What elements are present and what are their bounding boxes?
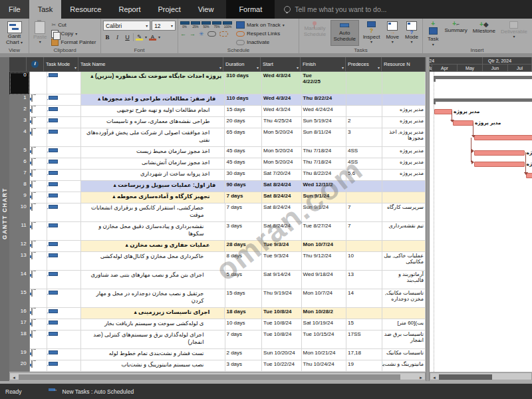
finish-cell[interactable]: Sun 5/19/24 — [302, 117, 346, 128]
task-mode-cell[interactable]: → — [47, 222, 82, 241]
start-cell[interactable]: Sat 9/14/24 — [262, 271, 302, 289]
duration-cell[interactable]: 45 days — [225, 158, 262, 170]
indicator-cell[interactable] — [30, 289, 47, 308]
gantt-scroll-left-arrow[interactable]: ◄ — [431, 374, 438, 380]
tab-task[interactable]: Task — [29, 0, 62, 19]
task-name-cell[interactable]: تست فشار و نشت‌بندی تمام خطوط لوله — [81, 349, 225, 360]
finish-cell[interactable]: Mon 10/21/24 — [302, 349, 346, 360]
row-number-cell[interactable]: 3 — [9, 117, 30, 129]
finish-cell[interactable]: Wed 9/18/24 — [302, 271, 346, 289]
res-cell[interactable] — [382, 308, 426, 319]
tab-view[interactable]: View — [190, 0, 223, 19]
task-name-cell[interactable]: اجرای تاسیسات زیرزمینی ▴ — [81, 308, 225, 319]
summary-bar[interactable] — [434, 98, 532, 102]
finish-cell[interactable]: Sun 9/1/24 — [302, 192, 346, 203]
duration-cell[interactable]: 310 days — [225, 72, 262, 94]
indicator-cell[interactable] — [30, 222, 47, 241]
task-name-cell[interactable]: فاز اول: عملیات سیویل و زیرساخت ▴ — [81, 181, 225, 192]
task-bar[interactable] — [474, 135, 532, 140]
task-mode-cell[interactable]: → — [47, 170, 82, 181]
row-number-cell[interactable]: 5 — [9, 147, 30, 159]
start-cell[interactable]: Tue 10/8/24 — [262, 308, 302, 319]
task-mode-cell[interactable]: → — [47, 117, 82, 128]
row-number-cell[interactable]: 15 — [9, 289, 30, 309]
indicator-cell[interactable] — [30, 117, 47, 128]
cut-button[interactable]: ✂Cut — [51, 21, 96, 29]
start-cell[interactable]: Wed 4/3/24 — [262, 94, 302, 106]
start-cell[interactable]: Sat 8/24/24 — [262, 181, 302, 192]
start-cell[interactable]: Tue 10/8/24 — [262, 331, 302, 349]
start-cell[interactable]: Sat 7/20/24 — [262, 170, 302, 181]
scroll-right-arrow[interactable]: ► — [418, 374, 424, 380]
finish-cell[interactable]: Thu 8/22/24 — [302, 170, 346, 181]
duration-cell[interactable]: 10 days — [225, 319, 263, 331]
task-name-cell[interactable]: پروژه احداث جایگاه سوخت تک منظوره (بنزین… — [81, 72, 225, 94]
pred-cell[interactable]: 13 — [346, 271, 382, 289]
indicator-cell[interactable] — [30, 147, 47, 158]
res-cell[interactable]: تاسیسات برق ضد انفجار — [382, 331, 426, 349]
indicator-cell[interactable] — [30, 158, 47, 170]
pred-cell[interactable]: 7 — [346, 203, 382, 222]
start-cell[interactable]: Mon 5/20/24 — [262, 128, 302, 147]
res-cell[interactable] — [382, 94, 426, 106]
start-cell[interactable]: Wed 4/3/24 — [262, 72, 302, 94]
percent-25-button[interactable]: 25% — [191, 21, 200, 29]
row-number-cell[interactable]: 16 — [9, 308, 30, 320]
indent-button[interactable]: → — [190, 31, 196, 37]
gantt-chart-button[interactable]: Gantt Chart ▾ — [2, 20, 27, 47]
row-number-cell[interactable]: 2 — [9, 106, 30, 118]
duration-cell[interactable]: 28 days — [225, 241, 262, 252]
insert-deliverable-button[interactable]: Deliverable ▾ — [499, 20, 529, 46]
finish-cell[interactable]: Thu 8/22/24 — [302, 94, 346, 106]
highlight-color-button[interactable]: ✎ — [135, 33, 144, 41]
res-cell[interactable]: مدیر پروژه — [382, 106, 426, 117]
indicator-cell[interactable] — [30, 128, 47, 147]
pred-cell[interactable]: 3 — [346, 128, 382, 147]
task-name-cell[interactable]: حصارکشی، استقرار کانکس و برقراری انشعابا… — [81, 203, 225, 222]
pred-cell[interactable] — [346, 72, 382, 94]
pred-cell[interactable]: 14 — [346, 289, 382, 308]
percent-100-button[interactable]: 100% — [223, 21, 232, 29]
pred-cell[interactable]: 19 — [346, 360, 382, 372]
row-number-cell[interactable]: 13 — [9, 252, 30, 271]
inactivate-button[interactable]: Inactivate — [236, 39, 285, 46]
new-tasks-status[interactable]: New Tasks : Auto Scheduled — [63, 388, 134, 395]
tab-report[interactable]: Report — [110, 0, 149, 19]
indicator-cell[interactable] — [30, 94, 47, 106]
percent-0-button[interactable]: 0% — [180, 21, 190, 29]
start-cell[interactable]: Mon 5/20/24 — [262, 147, 302, 158]
manually-schedule-button[interactable]: Manually Schedule — [301, 20, 329, 46]
finish-cell[interactable]: Tue 4/22/25 — [301, 72, 346, 94]
finish-cell[interactable]: Mon 10/28/2 — [302, 308, 346, 319]
duration-cell[interactable]: 30 days — [225, 170, 262, 181]
indicator-cell[interactable] — [30, 106, 47, 117]
mark-on-track-button[interactable]: Mark on Track▾ — [236, 21, 285, 29]
pred-cell[interactable] — [346, 241, 382, 252]
pred-cell[interactable] — [346, 106, 382, 117]
italic-button[interactable]: I — [113, 33, 122, 41]
task-bar[interactable] — [434, 109, 452, 114]
res-cell[interactable]: آرماتوربند و قالب‌بند — [382, 271, 426, 289]
duration-cell[interactable]: 8 days — [225, 252, 263, 271]
column-header-task-name[interactable]: Task Name▾ — [78, 57, 223, 72]
pred-cell[interactable]: 7 — [346, 222, 382, 241]
tab-format[interactable]: Format — [230, 0, 271, 19]
task-name-cell[interactable]: اخذ مجوز سازمان محیط زیست — [81, 147, 225, 158]
task-name-cell[interactable]: جرثقیل و نصب مخازن دوجداره در محل و مهار… — [81, 289, 225, 308]
finish-cell[interactable]: Sat 10/19/24 — [302, 319, 346, 331]
mode-button[interactable]: ? Mode ▾ — [403, 20, 420, 46]
percent-50-button[interactable]: 50% — [201, 21, 211, 29]
summary-bar[interactable] — [434, 76, 532, 79]
tab-resource[interactable]: Resource — [61, 0, 110, 19]
task-mode-cell[interactable]: → — [47, 192, 82, 203]
row-number-cell[interactable]: 6 — [9, 158, 30, 170]
column-header-resources[interactable]: Resource N — [382, 57, 426, 72]
task-mode-cell[interactable]: → — [47, 72, 82, 94]
table-hscrollbar[interactable]: ◄ ► — [9, 372, 426, 380]
column-header-start[interactable]: Start▾ — [261, 57, 301, 72]
start-cell[interactable]: Wed 4/3/24 — [262, 106, 302, 117]
insert-milestone-button[interactable]: +◆ Milestone — [471, 20, 497, 46]
row-number-cell[interactable]: 10 — [9, 203, 30, 223]
scroll-left-arrow[interactable]: ◄ — [11, 374, 17, 380]
start-cell[interactable]: Sat 8/24/24 — [262, 192, 302, 203]
